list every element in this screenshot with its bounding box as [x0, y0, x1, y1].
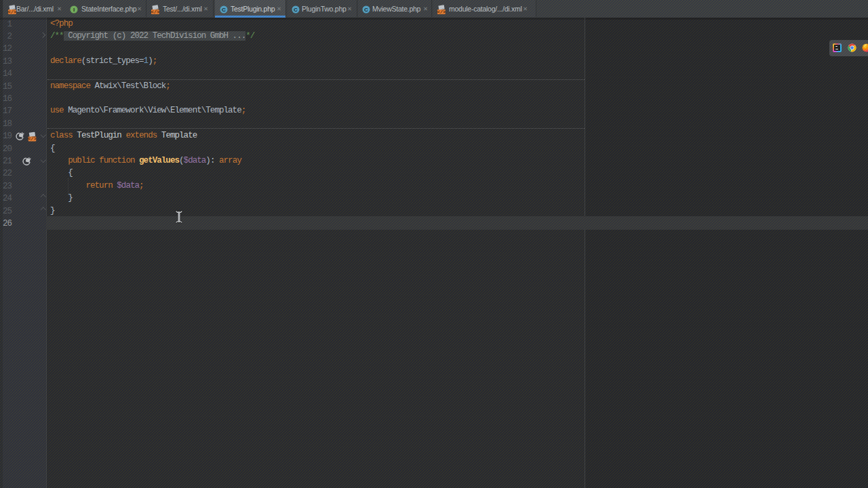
svg-text:</>: </> — [151, 9, 159, 14]
svg-text:C: C — [364, 7, 368, 13]
svg-text:I: I — [73, 7, 75, 13]
svg-text:</>: </> — [7, 9, 16, 14]
svg-text:C: C — [294, 7, 298, 13]
svg-text:</>: </> — [28, 136, 37, 142]
svg-text:C: C — [222, 7, 226, 13]
svg-text:</>: </> — [437, 9, 446, 14]
